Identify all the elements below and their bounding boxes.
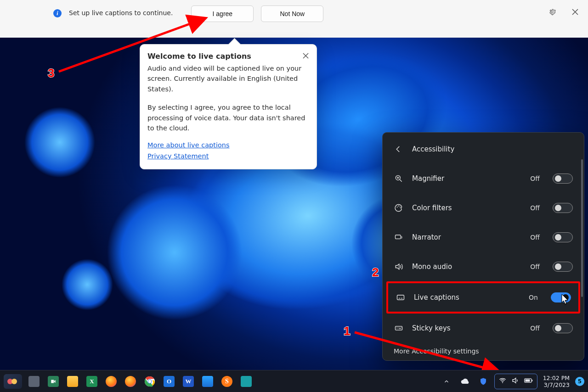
- more-about-link[interactable]: More about live captions: [147, 140, 309, 150]
- annotation-number-3: 3: [48, 66, 60, 80]
- snagit-icon[interactable]: S: [220, 374, 234, 389]
- mail-icon[interactable]: [200, 374, 215, 389]
- wallpaper-blob: [9, 92, 110, 193]
- volume-icon: [511, 376, 520, 386]
- row-label: Live captions: [414, 293, 520, 302]
- row-mono-audio[interactable]: Mono audio Off: [383, 252, 584, 281]
- row-label: Mono audio: [412, 263, 522, 271]
- more-accessibility-settings-link[interactable]: More Accessibility settings: [394, 347, 479, 355]
- row-magnifier[interactable]: Magnifier Off: [383, 164, 584, 193]
- date-text: 3/7/2023: [543, 381, 570, 388]
- not-now-button[interactable]: Not Now: [261, 6, 323, 22]
- speaker-icon: [394, 262, 404, 271]
- app-icon[interactable]: [239, 374, 254, 389]
- popover-body: Audio and video will be captioned live o…: [147, 63, 309, 94]
- toggle-sticky-keys[interactable]: [553, 323, 573, 333]
- notification-badge[interactable]: 5: [575, 377, 584, 386]
- accessibility-flyout: Accessibility Magnifier Off Color filter…: [382, 132, 584, 361]
- firefox-icon[interactable]: [104, 374, 119, 389]
- annotation-number-1: 1: [344, 324, 356, 338]
- svg-rect-4: [396, 235, 401, 239]
- flyout-title: Accessibility: [412, 145, 454, 153]
- row-live-captions[interactable]: Live captions On: [386, 281, 580, 314]
- row-state: Off: [530, 325, 540, 332]
- row-label: Magnifier: [412, 174, 522, 183]
- network-sound-battery-tray[interactable]: [494, 374, 537, 389]
- excel-icon[interactable]: X: [85, 374, 99, 389]
- battery-icon: [524, 377, 533, 386]
- settings-icon[interactable]: [546, 6, 559, 18]
- close-icon[interactable]: [569, 6, 582, 18]
- svg-point-14: [502, 382, 503, 383]
- task-view-icon[interactable]: [27, 374, 41, 389]
- toggle-live-captions[interactable]: [551, 292, 571, 302]
- scrollbar[interactable]: [581, 159, 583, 297]
- row-state: On: [529, 294, 538, 301]
- welcome-popover: Welcome to live captions Audio and video…: [140, 44, 317, 169]
- clock[interactable]: 12:02 PM 3/7/2023: [541, 374, 571, 389]
- svg-point-2: [398, 206, 399, 207]
- svg-point-1: [397, 207, 398, 207]
- svg-point-13: [148, 380, 152, 383]
- toggle-color-filters[interactable]: [553, 203, 573, 213]
- keyboard-icon: [394, 324, 404, 333]
- google-meet-icon[interactable]: [46, 374, 61, 389]
- svg-rect-16: [531, 380, 532, 381]
- row-label: Sticky keys: [412, 324, 522, 332]
- popover-title: Welcome to live captions: [147, 51, 309, 62]
- svg-point-3: [400, 207, 401, 207]
- taskbar: X O W S: [0, 370, 588, 392]
- wallpaper-blob: [51, 248, 124, 321]
- popover-close-icon[interactable]: [299, 49, 312, 62]
- wifi-icon: [498, 376, 507, 386]
- toggle-magnifier[interactable]: [553, 174, 573, 184]
- toggle-mono-audio[interactable]: [553, 262, 573, 272]
- row-state: Off: [530, 263, 540, 270]
- chrome-icon[interactable]: [142, 374, 157, 389]
- toggle-narrator[interactable]: [553, 232, 573, 242]
- row-state: Off: [530, 175, 540, 182]
- onedrive-icon[interactable]: [458, 374, 472, 389]
- magnifier-icon: [394, 174, 404, 183]
- row-label: Color filters: [412, 204, 522, 212]
- outlook-icon[interactable]: O: [162, 374, 176, 389]
- privacy-statement-link[interactable]: Privacy Statement: [147, 151, 309, 161]
- popover-body: By selecting I agree, you agree to the l…: [147, 102, 309, 133]
- palette-icon: [394, 203, 404, 213]
- tray-overflow-icon[interactable]: [439, 374, 454, 389]
- word-icon[interactable]: W: [181, 374, 196, 389]
- file-explorer-icon[interactable]: [65, 374, 80, 389]
- row-state: Off: [530, 234, 540, 241]
- row-narrator[interactable]: Narrator Off: [383, 223, 584, 252]
- svg-rect-6: [396, 326, 402, 330]
- svg-point-10: [11, 379, 17, 384]
- svg-rect-5: [397, 295, 404, 300]
- info-icon: i: [53, 9, 62, 17]
- firefox-alt-icon[interactable]: [123, 374, 138, 389]
- windows-security-icon[interactable]: [476, 374, 491, 389]
- annotation-number-2: 2: [372, 265, 384, 279]
- back-icon[interactable]: [393, 144, 404, 155]
- captions-icon: [396, 293, 406, 302]
- row-label: Narrator: [412, 233, 522, 241]
- agree-button[interactable]: I agree: [191, 6, 254, 22]
- consent-message: Set up live captions to continue.: [69, 9, 173, 17]
- narrator-icon: [394, 233, 404, 242]
- live-captions-consent-bar: i Set up live captions to continue. I ag…: [0, 0, 588, 38]
- time-text: 12:02 PM: [543, 375, 570, 381]
- row-state: Off: [530, 204, 540, 212]
- row-color-filters[interactable]: Color filters Off: [383, 193, 584, 223]
- row-sticky-keys[interactable]: Sticky keys Off: [383, 314, 584, 343]
- widgets-icon[interactable]: [4, 374, 22, 389]
- svg-rect-17: [525, 380, 530, 382]
